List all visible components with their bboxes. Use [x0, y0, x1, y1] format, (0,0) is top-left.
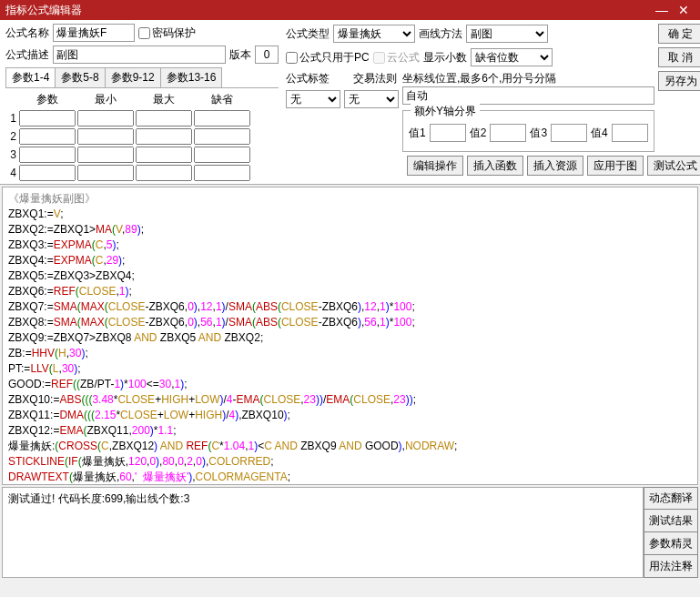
- param-cell[interactable]: [194, 128, 250, 145]
- desc-label: 公式描述: [5, 47, 49, 63]
- tab-params-13-16[interactable]: 参数13-16: [160, 67, 223, 87]
- usage-button[interactable]: 用法注释: [644, 555, 698, 578]
- param-head-max: 最大: [135, 90, 193, 109]
- password-checkbox[interactable]: 密码保护: [138, 25, 196, 41]
- tag-label: 公式标签: [286, 71, 330, 86]
- param-cell[interactable]: [19, 147, 76, 163]
- coord-input[interactable]: [402, 86, 654, 105]
- editop-button[interactable]: 编辑操作: [407, 156, 463, 176]
- param-cell[interactable]: [77, 147, 134, 163]
- paramwiz-button[interactable]: 参数精灵: [644, 532, 698, 555]
- y4-input[interactable]: [612, 124, 648, 142]
- y1-input[interactable]: [430, 124, 466, 142]
- y3-input[interactable]: [551, 124, 587, 142]
- name-label: 公式名称: [5, 25, 49, 41]
- param-cell[interactable]: [136, 165, 192, 181]
- test-button[interactable]: 测试公式: [647, 156, 700, 176]
- type-select[interactable]: 爆量擒妖: [333, 25, 415, 43]
- tab-params-1-4[interactable]: 参数1-4: [5, 67, 56, 87]
- close-icon[interactable]: ✕: [673, 3, 695, 17]
- tab-params-9-12[interactable]: 参数9-12: [105, 67, 161, 87]
- param-cell[interactable]: [19, 110, 76, 126]
- param-cell[interactable]: [194, 165, 250, 181]
- cancel-button[interactable]: 取 消: [658, 47, 700, 67]
- insres-button[interactable]: 插入资源: [527, 156, 583, 176]
- drawmethod-label: 画线方法: [419, 26, 462, 42]
- window-title: 指标公式编辑器: [5, 3, 651, 18]
- param-head-default: 缺省: [193, 90, 251, 109]
- version-input[interactable]: [255, 46, 279, 64]
- insfn-button[interactable]: 插入函数: [467, 156, 523, 176]
- onlypc-checkbox[interactable]: 公式只用于PC: [286, 50, 370, 66]
- param-head-min: 最小: [76, 90, 135, 109]
- param-cell[interactable]: [136, 128, 192, 145]
- param-cell[interactable]: [19, 128, 76, 145]
- rule-label: 交易法则: [353, 71, 397, 86]
- tab-params-5-8[interactable]: 参数5-8: [55, 67, 105, 87]
- param-head-name: 参数: [18, 90, 76, 109]
- cloud-checkbox: 云公式: [373, 50, 420, 66]
- param-cell[interactable]: [194, 110, 250, 126]
- desc-input[interactable]: [53, 46, 226, 64]
- param-cell[interactable]: [77, 165, 134, 181]
- rule-select[interactable]: 无: [344, 90, 399, 108]
- tag-select[interactable]: 无: [286, 90, 340, 108]
- param-cell[interactable]: [77, 110, 134, 126]
- coord-label: 坐标线位置,最多6个,用分号分隔: [402, 72, 556, 85]
- apply-button[interactable]: 应用于图: [587, 156, 644, 176]
- param-cell[interactable]: [136, 147, 192, 163]
- param-cell[interactable]: [19, 165, 76, 181]
- extray-legend: 额外Y轴分界: [411, 104, 480, 119]
- drawmethod-select[interactable]: 副图: [466, 25, 548, 43]
- saveas-button[interactable]: 另存为: [658, 71, 700, 91]
- y2-input[interactable]: [490, 124, 526, 142]
- ok-button[interactable]: 确 定: [658, 24, 700, 44]
- decimal-select[interactable]: 缺省位数: [471, 48, 553, 66]
- dyntrans-button[interactable]: 动态翻译: [644, 487, 698, 510]
- param-cell[interactable]: [194, 147, 250, 163]
- param-cell[interactable]: [77, 128, 134, 145]
- minimize-icon[interactable]: —: [651, 3, 673, 17]
- type-label: 公式类型: [286, 26, 330, 42]
- param-tabs: 参数1-4 参数5-8 参数9-12 参数13-16: [5, 67, 279, 88]
- decimal-label: 显示小数: [423, 50, 467, 66]
- name-input[interactable]: [53, 24, 135, 42]
- testres-button[interactable]: 测试结果: [644, 510, 698, 532]
- code-editor[interactable]: 《爆量擒妖副图》 ZBXQ1:=V; ZBXQ2:=ZBXQ1>MA(V,89)…: [2, 187, 698, 485]
- param-cell[interactable]: [136, 110, 192, 126]
- version-label: 版本: [229, 47, 251, 63]
- status-bar: 测试通过! 代码长度:699,输出线个数:3: [2, 487, 644, 578]
